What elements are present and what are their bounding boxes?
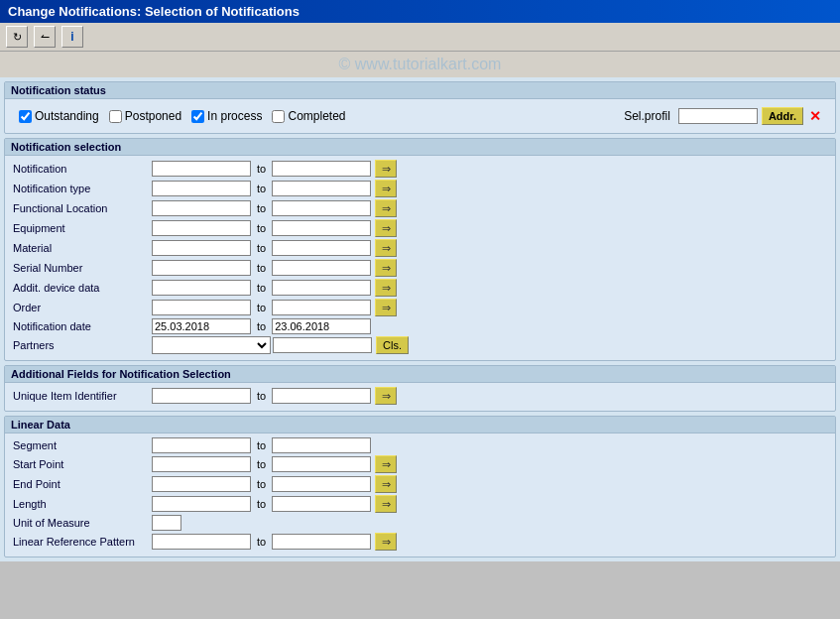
field-label-7: Order <box>13 302 152 313</box>
arrow-button-0[interactable]: ⇒ <box>375 387 397 405</box>
outstanding-checkbox-item: Outstanding <box>19 109 99 123</box>
linear-from-4[interactable] <box>152 515 181 531</box>
sel-profil-row: Sel.profil Addr. ✕ <box>624 107 821 125</box>
linear-arrow-5[interactable]: ⇒ <box>375 533 397 551</box>
arrow-button-6[interactable]: ⇒ <box>375 279 397 297</box>
partners-row: PartnersPartner 1Partner 2Cls. <box>13 336 827 354</box>
linear-label-0: Segment <box>13 439 152 451</box>
field-from-input-3[interactable] <box>152 220 251 236</box>
field-to-input-5[interactable] <box>272 260 371 276</box>
linear-label-5: Linear Reference Pattern <box>13 536 152 548</box>
arrow-button-1[interactable]: ⇒ <box>375 180 397 197</box>
outstanding-label: Outstanding <box>35 109 99 123</box>
postponed-label: Postponed <box>125 109 181 123</box>
notification-fields-body: Notificationto⇒Notification typeto⇒Funct… <box>5 156 835 360</box>
linear-row-0: Segmentto <box>13 437 827 453</box>
linear-row-2: End Pointto⇒ <box>13 475 827 493</box>
to-label-1: to <box>257 183 266 194</box>
field-label-0: Notification <box>13 163 152 175</box>
field-to-input-7[interactable] <box>272 300 371 315</box>
arrow-button-7[interactable]: ⇒ <box>375 299 397 316</box>
completed-checkbox[interactable] <box>272 110 285 123</box>
arrow-button-4[interactable]: ⇒ <box>375 239 397 257</box>
field-from-input-0[interactable] <box>152 161 251 177</box>
field-to-input-6[interactable] <box>272 280 371 296</box>
field-row-0: Unique Item Identifierto⇒ <box>13 387 827 405</box>
postponed-checkbox[interactable] <box>109 110 122 123</box>
title-text: Change Notifications: Selection of Notif… <box>8 4 300 19</box>
linear-from-2[interactable] <box>152 476 251 492</box>
notification-selection-header: Notification selection <box>5 139 835 156</box>
linear-to-input-2[interactable] <box>272 476 371 492</box>
field-from-input-5[interactable] <box>152 260 251 276</box>
info-btn[interactable]: i <box>61 26 83 48</box>
sel-profil-input[interactable] <box>678 108 758 124</box>
arrow-button-2[interactable]: ⇒ <box>375 199 397 217</box>
additional-fields-body: Unique Item Identifierto⇒ <box>5 383 835 411</box>
linear-row-1: Start Pointto⇒ <box>13 455 827 473</box>
linear-to-input-0[interactable] <box>272 437 371 453</box>
field-to-input-1[interactable] <box>272 181 371 196</box>
partners-select[interactable]: Partner 1Partner 2 <box>152 336 271 354</box>
to-label-0: to <box>257 390 266 402</box>
field-from-input-7[interactable] <box>152 300 251 315</box>
completed-label: Completed <box>288 109 345 123</box>
field-from-input-0[interactable] <box>152 388 251 404</box>
arrow-button-3[interactable]: ⇒ <box>375 219 397 237</box>
field-row-7: Orderto⇒ <box>13 299 827 316</box>
field-to-input-0[interactable] <box>272 388 371 404</box>
partners-input[interactable] <box>273 337 372 353</box>
linear-row-3: Lengthto⇒ <box>13 495 827 513</box>
linear-label-3: Length <box>13 498 152 510</box>
title-bar: Change Notifications: Selection of Notif… <box>0 0 840 77</box>
forward-btn[interactable]: ↼ <box>34 26 56 48</box>
field-label-5: Serial Number <box>13 262 152 274</box>
field-from-input-4[interactable] <box>152 240 251 256</box>
field-row-3: Equipmentto⇒ <box>13 219 827 237</box>
back-btn[interactable]: ↻ <box>6 26 28 48</box>
field-row-8: Notification dateto <box>13 318 827 334</box>
field-to-input-3[interactable] <box>272 220 371 236</box>
field-label-8: Notification date <box>13 320 152 332</box>
field-to-input-2[interactable] <box>272 200 371 216</box>
field-row-2: Functional Locationto⇒ <box>13 199 827 217</box>
linear-from-3[interactable] <box>152 496 251 512</box>
arrow-button-0[interactable]: ⇒ <box>375 160 397 178</box>
completed-checkbox-item: Completed <box>272 109 345 123</box>
linear-arrow-1[interactable]: ⇒ <box>375 455 397 473</box>
to-label-2: to <box>257 202 266 214</box>
field-from-input-6[interactable] <box>152 280 251 296</box>
linear-from-5[interactable] <box>152 534 251 550</box>
outstanding-checkbox[interactable] <box>19 110 32 123</box>
additional-fields-section: Additional Fields for Notification Selec… <box>4 365 836 412</box>
field-label-3: Equipment <box>13 222 152 234</box>
inprocess-checkbox[interactable] <box>191 110 204 123</box>
linear-from-1[interactable] <box>152 456 251 472</box>
to-label-5: to <box>257 262 266 274</box>
field-to-input-4[interactable] <box>272 240 371 256</box>
field-to-input-8[interactable] <box>272 318 371 334</box>
sel-profil-label: Sel.profil <box>624 109 670 123</box>
field-from-input-2[interactable] <box>152 200 251 216</box>
linear-to-label-2: to <box>257 478 266 490</box>
linear-arrow-3[interactable]: ⇒ <box>375 495 397 513</box>
addr-button[interactable]: Addr. <box>762 107 803 125</box>
field-to-input-0[interactable] <box>272 161 371 177</box>
linear-from-0[interactable] <box>152 437 251 453</box>
field-from-input-8[interactable] <box>152 318 251 334</box>
inprocess-checkbox-item: In process <box>191 109 262 123</box>
field-row-0: Notificationto⇒ <box>13 160 827 178</box>
linear-data-header: Linear Data <box>5 417 835 433</box>
linear-to-input-5[interactable] <box>272 534 371 550</box>
linear-to-input-1[interactable] <box>272 456 371 472</box>
cls-button[interactable]: Cls. <box>376 336 409 354</box>
field-from-input-1[interactable] <box>152 181 251 196</box>
field-label-6: Addit. device data <box>13 282 152 294</box>
linear-to-input-3[interactable] <box>272 496 371 512</box>
to-label-7: to <box>257 302 266 313</box>
linear-fields-body: SegmenttoStart Pointto⇒End Pointto⇒Lengt… <box>5 433 835 557</box>
clear-icon[interactable]: ✕ <box>809 108 821 124</box>
arrow-button-5[interactable]: ⇒ <box>375 259 397 277</box>
status-row: Outstanding Postponed In process Complet… <box>13 103 827 129</box>
linear-arrow-2[interactable]: ⇒ <box>375 475 397 493</box>
